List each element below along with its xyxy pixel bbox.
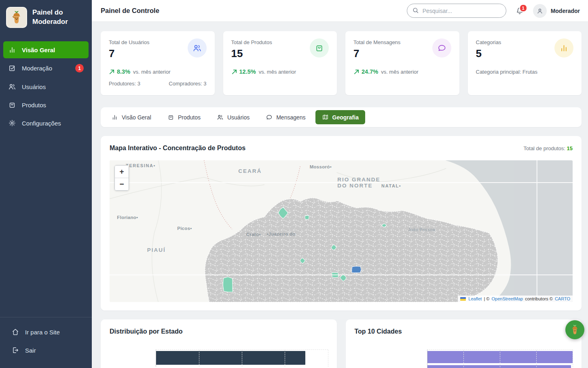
mascot-fab-button[interactable] xyxy=(565,320,584,339)
tab-mensagens[interactable]: Mensagens xyxy=(259,110,312,124)
chart-plot-area xyxy=(156,349,328,367)
trend-percent: 24.7% xyxy=(362,68,378,75)
trend-percent: 12.5% xyxy=(239,68,256,75)
notifications-bell-icon[interactable]: 1 xyxy=(515,6,524,15)
tab-label: Produtos xyxy=(178,114,201,121)
trend-row: 24.7%vs. mês anterior xyxy=(353,68,451,75)
sidebar-item-ir-para-o-site[interactable]: Ir para o Site xyxy=(6,323,85,340)
topbar: Painel de Controle 1 Moderador xyxy=(92,0,588,22)
trend-up-icon xyxy=(109,69,115,75)
bar-chart-icon xyxy=(111,114,118,121)
sidebar-item-label: Moderação xyxy=(22,65,52,72)
gear-icon xyxy=(8,119,16,127)
sidebar-item-visao-geral[interactable]: Visão Geral xyxy=(3,41,89,58)
chat-icon xyxy=(432,38,451,57)
chart-card-cidades: Top 10 Cidades Belo Jardim xyxy=(346,319,582,368)
search-box xyxy=(407,4,506,18)
gridline xyxy=(199,350,199,367)
map-place-label: Floriano• xyxy=(117,215,138,220)
search-icon xyxy=(412,7,419,14)
sidebar-item-sair[interactable]: Sair xyxy=(6,342,85,359)
check-square-icon xyxy=(8,64,16,72)
map-place-label: CEARÁ xyxy=(238,168,262,174)
tab-label: Visão Geral xyxy=(122,114,151,121)
map-attribution: Leaflet | © OpenStreetMap contributors ©… xyxy=(458,296,573,302)
bar xyxy=(427,365,571,368)
shopping-bag-icon xyxy=(167,114,174,121)
stat-detail: Categoria principal: Frutas xyxy=(476,69,574,75)
stat-card-3: Total de Mensagens724.7%vs. mês anterior xyxy=(345,31,459,95)
zoom-in-button[interactable]: + xyxy=(115,166,129,178)
map-total-value: 15 xyxy=(567,145,573,151)
tab-usuarios[interactable]: Usuários xyxy=(210,110,256,124)
sidebar-item-label: Usuários xyxy=(22,83,46,90)
sidebar-item-label: Visão Geral xyxy=(22,47,55,53)
users-icon xyxy=(188,38,207,57)
map-place-label: PIAUÍ xyxy=(147,247,166,253)
app-root: Painel do Moderador Visão GeralModeração… xyxy=(0,0,588,368)
tab-label: Mensagens xyxy=(276,114,305,121)
map-place-label: Crato• xyxy=(246,232,261,237)
tab-produtos[interactable]: Produtos xyxy=(161,110,207,124)
sidebar-item-label: Ir para o Site xyxy=(25,329,60,336)
sidebar-item-label: Configurações xyxy=(22,120,61,127)
sidebar-item-label: Sair xyxy=(25,347,36,354)
logout-icon xyxy=(11,346,19,354)
trend-row: 12.5%vs. mês anterior xyxy=(231,68,329,75)
zoom-out-button[interactable]: − xyxy=(115,178,129,190)
interactive-map[interactable]: TERESINA•CEARÁMossoró•RIO GRANDE DO NORT… xyxy=(110,160,573,302)
search-input[interactable] xyxy=(407,4,506,18)
trend-percent: 8.3% xyxy=(117,68,130,75)
tab-visao-geral[interactable]: Visão Geral xyxy=(105,110,158,124)
trend-note: vs. mês anterior xyxy=(259,69,296,75)
shopping-bag-icon xyxy=(8,101,16,109)
trend-row: 8.3%vs. mês anterior xyxy=(109,68,207,75)
chart-title: Distribuição por Estado xyxy=(110,328,328,335)
highlighted-municipality[interactable] xyxy=(352,266,361,272)
app-title: Painel do Moderador xyxy=(32,8,68,27)
map-zoom-control: + − xyxy=(114,165,129,191)
gridline xyxy=(328,350,328,367)
home-icon xyxy=(11,328,19,336)
map-card-header: Mapa Interativo - Concentração de Produt… xyxy=(110,145,573,152)
map-place-label: Mossoró• xyxy=(310,164,332,169)
map-card: Mapa Interativo - Concentração de Produt… xyxy=(101,136,582,311)
openstreetmap-link[interactable]: OpenStreetMap xyxy=(491,296,523,301)
sidebar-item-produtos[interactable]: Produtos xyxy=(3,96,89,113)
map-place-label: RIO GRANDE DO NORTE xyxy=(337,177,380,189)
charts-row: Distribuição por Estado Top 10 Cidades B… xyxy=(101,319,582,368)
tab-label: Geografia xyxy=(332,114,359,121)
stat-detail-left: Produtores: 3 xyxy=(109,81,140,87)
topbar-actions: 1 Moderador xyxy=(407,4,580,18)
tab-geografia[interactable]: Geografia xyxy=(315,110,365,124)
users-icon xyxy=(217,114,224,121)
gridline xyxy=(500,350,500,368)
highlighted-municipality[interactable] xyxy=(223,277,233,292)
chart-title: Top 10 Cidades xyxy=(355,328,573,335)
sidebar-menu: Visão GeralModeração1UsuáriosProdutosCon… xyxy=(0,40,92,133)
highlighted-municipality[interactable] xyxy=(305,215,309,219)
leaflet-link[interactable]: Leaflet xyxy=(468,296,482,301)
map-place-label: NATAL• xyxy=(381,183,401,188)
app-logo-row: Painel do Moderador xyxy=(0,0,92,34)
bar-label: Belo Jardim xyxy=(355,364,427,368)
map-place-label: TERESINA• xyxy=(126,163,156,168)
sidebar-item-usuarios[interactable]: Usuários xyxy=(3,78,89,95)
chat-icon xyxy=(266,114,273,121)
map-total: Total de produtos: 15 xyxy=(524,145,573,151)
map-place-label: Picos• xyxy=(177,226,192,231)
map-icon xyxy=(322,114,329,121)
avatar xyxy=(533,4,547,18)
map-place-label: •Juazeiro do xyxy=(267,232,296,236)
carto-link[interactable]: CARTO xyxy=(555,296,570,301)
user-menu[interactable]: Moderador xyxy=(533,4,580,18)
stat-card-2: Total de Produtos1512.5%vs. mês anterior xyxy=(223,31,337,95)
user-name: Moderador xyxy=(551,8,580,14)
sidebar-item-moderacao[interactable]: Moderação1 xyxy=(3,60,89,77)
sidebar-footer: Ir para o SiteSair xyxy=(0,317,92,368)
bar-label xyxy=(110,349,156,363)
tabs-bar: Visão GeralProdutosUsuáriosMensagensGeog… xyxy=(101,107,582,127)
stat-detail-row: Produtores: 3Compradores: 3 xyxy=(109,81,207,87)
sidebar-item-configuracoes[interactable]: Configurações xyxy=(3,115,89,132)
map-place-label: João Pessoa xyxy=(408,227,435,232)
